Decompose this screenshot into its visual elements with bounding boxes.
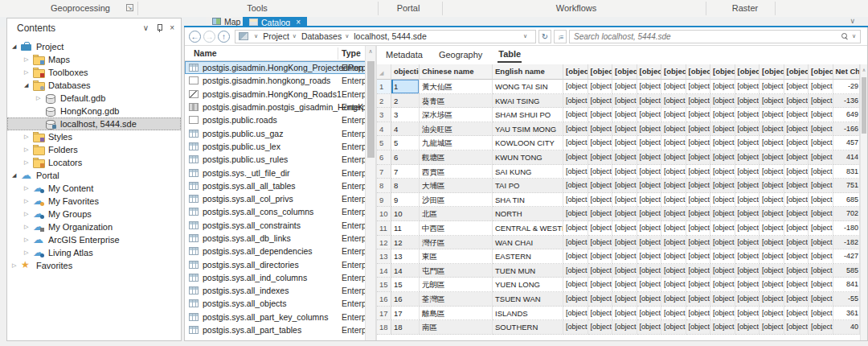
english-name-cell[interactable]: SHAM SHUI PO: [493, 108, 563, 122]
population-cell[interactable]: [object Object]: [735, 264, 760, 278]
net-change-cell[interactable]: -29: [833, 80, 861, 94]
population-cell[interactable]: [object Object]: [686, 278, 711, 292]
population-cell[interactable]: [object Object]: [710, 320, 735, 335]
tree-expander-icon[interactable]: [24, 69, 33, 76]
population-cell[interactable]: [object Object]: [661, 136, 686, 150]
population-cell[interactable]: [object Object]: [563, 264, 588, 278]
row-number-cell[interactable]: 8: [377, 179, 391, 193]
population-cell[interactable]: [object Object]: [612, 150, 637, 165]
population-cell[interactable]: [object Object]: [637, 136, 662, 150]
population-cell[interactable]: [object Object]: [637, 221, 662, 236]
population-cell[interactable]: [object Object]: [661, 236, 686, 250]
net-change-cell[interactable]: -55: [833, 292, 861, 307]
population-cell[interactable]: [object Object]: [710, 122, 735, 137]
population-cell[interactable]: [object Object]: [784, 108, 809, 122]
population-cell[interactable]: [object Object]: [710, 165, 735, 179]
population-cell[interactable]: [object Object]: [588, 179, 613, 193]
row-number-cell[interactable]: 5: [377, 136, 391, 150]
objectid-cell[interactable]: 18: [391, 320, 420, 335]
breadcrumb[interactable]: ∨ Project ∨ Databases ∨ localhost, 5444.…: [235, 30, 536, 43]
list-item[interactable]: postgis.gisadmin.HongKong_ProjectedPop..…: [185, 61, 375, 74]
chinese-name-cell[interactable]: 離島區: [420, 307, 493, 321]
population-cell[interactable]: [object Object]: [735, 179, 760, 193]
objectid-cell[interactable]: 3: [391, 108, 420, 122]
population-cell[interactable]: [object Object]: [661, 108, 686, 122]
population-cell[interactable]: [object Object]: [710, 80, 735, 94]
preview-tab[interactable]: Metadata: [385, 47, 424, 62]
population-cell[interactable]: [object Object]: [637, 179, 662, 193]
objectid-cell[interactable]: 16: [391, 292, 420, 307]
population-cell[interactable]: [object Object]: [686, 122, 711, 137]
column-header-objectid[interactable]: objectid *: [391, 64, 420, 80]
population-cell[interactable]: [object Object]: [612, 179, 637, 193]
population-cell[interactable]: [object Object]: [809, 320, 833, 335]
population-cell[interactable]: [object Object]: [710, 307, 735, 321]
population-cell[interactable]: [object Object]: [686, 150, 711, 165]
population-cell[interactable]: [object Object]: [735, 193, 760, 208]
net-change-cell[interactable]: 649: [833, 108, 861, 122]
population-cell[interactable]: [object Object]: [637, 278, 662, 292]
address-dropdown-chevron-icon[interactable]: ∨: [523, 33, 527, 39]
row-number-cell[interactable]: 11: [377, 221, 391, 236]
net-change-cell[interactable]: 414: [833, 150, 861, 165]
english-name-cell[interactable]: CENTRAL & WESTERN: [493, 221, 563, 236]
population-cell[interactable]: [object Object]: [588, 236, 613, 250]
population-cell[interactable]: [object Object]: [563, 307, 588, 321]
column-header-english-name[interactable]: English name: [493, 64, 563, 80]
net-change-cell[interactable]: 702: [833, 207, 861, 221]
list-item[interactable]: postgis.gisadmin.hongkong_roads Enterpri…: [185, 74, 375, 87]
column-header-chinese-name[interactable]: Chinese name: [420, 64, 493, 80]
population-cell[interactable]: [object Object]: [760, 136, 784, 150]
english-name-cell[interactable]: KOWLOON CITY: [493, 136, 563, 150]
population-cell[interactable]: [object Object]: [612, 249, 637, 264]
population-cell[interactable]: [object Object]: [784, 278, 809, 292]
population-cell[interactable]: [object Object]: [612, 292, 637, 307]
population-cell[interactable]: [object Object]: [710, 278, 735, 292]
population-cell[interactable]: [object Object]: [637, 320, 662, 335]
net-change-cell[interactable]: 585: [833, 264, 861, 278]
population-cell[interactable]: [object Object]: [661, 165, 686, 179]
population-cell[interactable]: [object Object]: [612, 136, 637, 150]
population-cell[interactable]: [object Object]: [784, 207, 809, 221]
population-cell[interactable]: [object Object]: [612, 207, 637, 221]
column-header-year[interactable]: [object Object]: [661, 64, 686, 80]
population-cell[interactable]: [object Object]: [563, 122, 588, 137]
search-box[interactable]: ∨: [569, 30, 861, 43]
row-number-cell[interactable]: 2: [377, 94, 391, 109]
list-item[interactable]: postgis.sys.all_dependencies Enterprise: [185, 245, 375, 257]
population-cell[interactable]: [object Object]: [588, 80, 613, 94]
chinese-name-cell[interactable]: 沙田區: [420, 193, 493, 208]
row-number-cell[interactable]: 6: [377, 150, 391, 165]
tree-node[interactable]: HongKong.gdb: [7, 105, 181, 117]
panel-menu-chevron-icon[interactable]: ∨: [143, 24, 149, 32]
chinese-name-cell[interactable]: 九龍城區: [420, 136, 493, 150]
population-cell[interactable]: [object Object]: [784, 94, 809, 109]
objectid-cell[interactable]: 11: [391, 221, 420, 236]
tree-expander-icon[interactable]: [12, 43, 21, 50]
chinese-name-cell[interactable]: 黃大仙區: [420, 80, 493, 94]
population-cell[interactable]: [object Object]: [637, 150, 662, 165]
population-cell[interactable]: [object Object]: [760, 264, 784, 278]
population-cell[interactable]: [object Object]: [686, 108, 711, 122]
population-cell[interactable]: [object Object]: [710, 292, 735, 307]
population-cell[interactable]: [object Object]: [809, 136, 833, 150]
tree-node[interactable]: Folders: [7, 143, 181, 156]
population-cell[interactable]: [object Object]: [710, 136, 735, 150]
population-cell[interactable]: [object Object]: [563, 292, 588, 307]
population-cell[interactable]: [object Object]: [612, 320, 637, 335]
population-cell[interactable]: [object Object]: [735, 122, 760, 137]
population-cell[interactable]: [object Object]: [563, 221, 588, 236]
english-name-cell[interactable]: SHA TIN: [493, 193, 563, 208]
population-cell[interactable]: [object Object]: [784, 165, 809, 179]
population-cell[interactable]: [object Object]: [588, 193, 613, 208]
population-cell[interactable]: [object Object]: [710, 94, 735, 109]
english-name-cell[interactable]: SOUTHERN: [493, 320, 563, 335]
population-cell[interactable]: [object Object]: [563, 80, 588, 94]
scroll-up-icon[interactable]: ∧: [366, 46, 375, 55]
population-cell[interactable]: [object Object]: [760, 122, 784, 137]
list-item[interactable]: postgis.sys.all_cons_columns Enterprise: [185, 205, 375, 218]
population-cell[interactable]: [object Object]: [588, 94, 613, 109]
population-cell[interactable]: [object Object]: [686, 249, 711, 264]
population-cell[interactable]: [object Object]: [588, 249, 613, 264]
population-cell[interactable]: [object Object]: [637, 193, 662, 208]
